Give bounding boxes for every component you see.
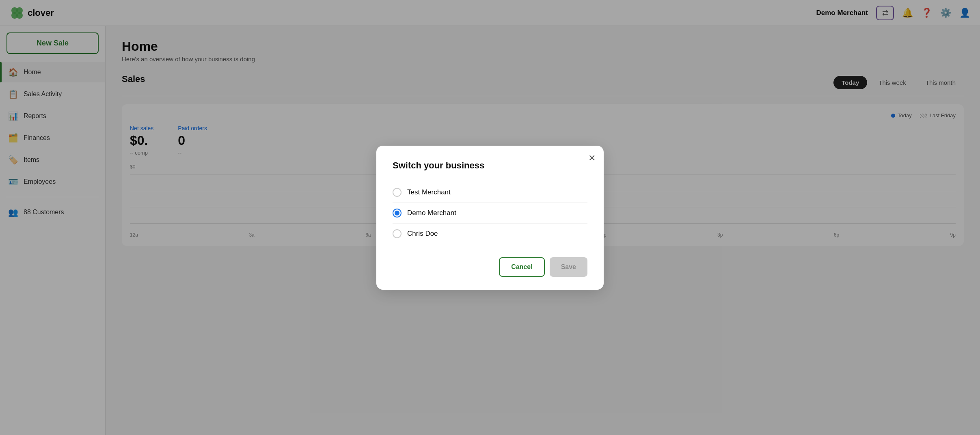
modal-close-button[interactable]: ✕ (588, 153, 596, 164)
modal-title: Switch your business (393, 160, 587, 171)
option-chris-doe-label: Chris Doe (407, 230, 438, 238)
save-button[interactable]: Save (550, 257, 587, 277)
option-test-merchant[interactable]: Test Merchant (393, 182, 587, 203)
option-chris-doe[interactable]: Chris Doe (393, 224, 587, 244)
cancel-button[interactable]: Cancel (499, 257, 544, 277)
option-demo-merchant[interactable]: Demo Merchant (393, 203, 587, 224)
radio-chris-doe[interactable] (393, 229, 401, 238)
radio-demo-merchant[interactable] (393, 209, 401, 218)
modal-footer: Cancel Save (393, 257, 587, 277)
switch-business-modal: Switch your business ✕ Test Merchant Dem… (376, 146, 604, 290)
radio-demo-merchant-inner (395, 211, 399, 215)
option-demo-merchant-label: Demo Merchant (407, 209, 456, 217)
radio-test-merchant[interactable] (393, 188, 401, 197)
modal-overlay[interactable]: Switch your business ✕ Test Merchant Dem… (0, 0, 980, 435)
option-test-merchant-label: Test Merchant (407, 188, 451, 196)
